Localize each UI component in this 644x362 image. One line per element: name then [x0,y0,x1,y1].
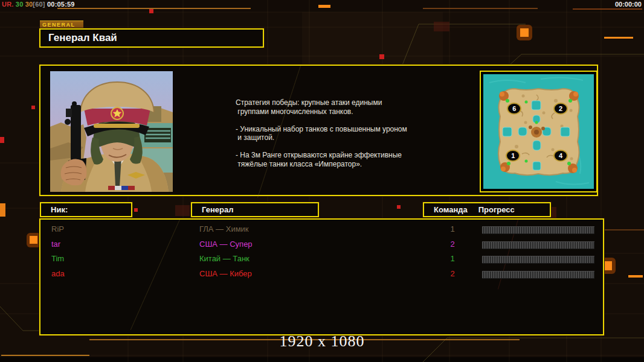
map-preview: 6214 [480,71,597,192]
fps-max: [60] [33,1,45,8]
player-general: Китай — Танк [199,254,250,263]
player-general: США — Кибер [199,269,252,278]
player-progress-bar [482,241,594,249]
player-nick: Tim [51,254,64,263]
map-start-marker: 1 [506,150,520,162]
fps-current: 30 [16,1,24,8]
player-row: tar США — Супер 2 [40,238,603,253]
map-start-marker: 2 [553,103,568,115]
elapsed-time: 00:05:59 [47,1,75,8]
general-tab: GENERAL [40,21,83,28]
player-progress-bar [482,226,594,234]
header-progress-label: Прогресс [478,203,515,216]
player-row: Tim Китай — Танк 1 [40,252,603,267]
players-panel: RiP ГЛА — Химик 1 tar США — Супер 2 Tim … [39,218,604,335]
status-prefix: UR. [2,1,14,8]
general-portrait [50,71,173,192]
game-screen: UR. 30 30[60] 00:05:59 00:00:00 GENERAL … [0,0,644,362]
header-nick-label: Ник: [51,203,68,216]
column-header-general: Генерал [191,202,319,217]
player-nick: tar [51,240,60,249]
player-row: ada США — Кибер 2 [40,267,603,282]
map-start-marker: 4 [553,150,568,162]
player-row: RiP ГЛА — Химик 1 [40,223,603,238]
player-nick: RiP [51,224,64,233]
player-rows: RiP ГЛА — Химик 1 tar США — Супер 2 Tim … [40,223,603,282]
fps-limit: 30 [25,1,33,8]
general-title: Генерал Квай [48,32,117,43]
player-progress-bar [482,271,594,279]
player-nick: ada [51,269,65,278]
player-progress-bar [482,256,594,264]
column-header-team-progress: Команда Прогресс [423,202,551,217]
player-general: ГЛА — Химик [199,224,249,233]
map-start-marker: 6 [507,103,521,115]
player-team: 2 [443,240,462,249]
player-team: 2 [443,269,462,278]
player-team: 1 [443,224,462,233]
header-team-label: Команда [434,203,468,216]
header-general-label: Генерал [202,203,233,216]
general-info-panel: Стратегия победы: крупные атаки едиными … [39,65,598,196]
general-title-box: Генерал Квай [39,28,264,48]
player-team: 1 [443,254,462,263]
player-general: США — Супер [199,240,253,249]
gentool-status: UR. 30 30[60] 00:05:59 [2,1,75,8]
portrait-illustration [50,71,173,192]
map-markers: 6214 [483,74,594,189]
match-timer: 00:00:00 [615,1,642,8]
column-header-nick: Ник: [40,202,132,217]
resolution-label: 1920 x 1080 [0,332,644,351]
general-description: Стратегия победы: крупные атаки едиными … [236,98,438,168]
